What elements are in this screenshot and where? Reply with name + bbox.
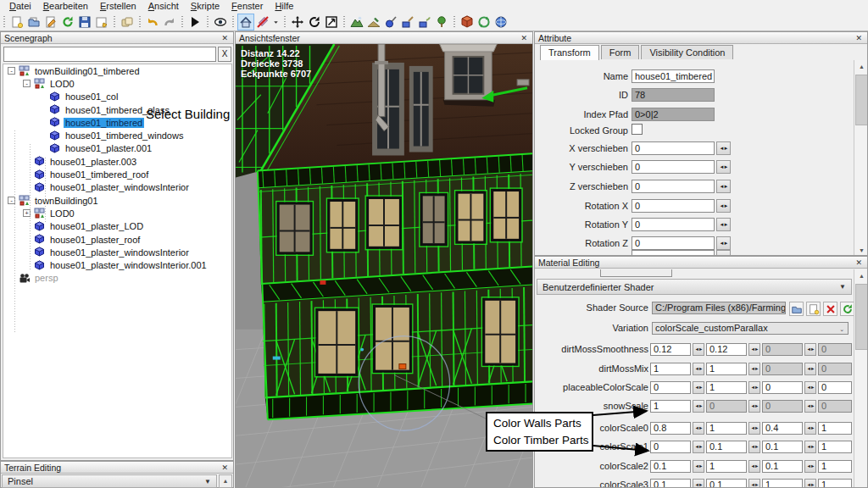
terrain-sculpt-icon[interactable] xyxy=(348,14,365,30)
tree-item[interactable]: house01_timbered_windows xyxy=(3,129,231,141)
open-folder-icon[interactable] xyxy=(789,302,804,316)
close-icon[interactable]: ✕ xyxy=(220,463,230,472)
colorScale1-value-2[interactable]: 0.1 xyxy=(762,441,803,453)
colorScale3-value-0[interactable]: 0.1 xyxy=(650,479,691,488)
x-verschieben-field[interactable]: 0 xyxy=(632,141,715,155)
play-icon[interactable] xyxy=(186,14,203,30)
colorScale3-value-1[interactable]: 0.1 xyxy=(706,479,747,488)
brush-section-header[interactable]: Pinsel ▼ xyxy=(2,474,217,488)
tree-item[interactable]: -townBuilding01_timbered xyxy=(3,64,231,77)
rotation-z-field[interactable]: 0 xyxy=(632,236,715,250)
snowScale-value-0[interactable]: 1 xyxy=(650,400,691,413)
colorScale0-value-1[interactable]: 1 xyxy=(706,422,747,435)
tab-form[interactable]: Form xyxy=(601,45,640,59)
collapse-icon[interactable]: - xyxy=(23,80,31,87)
rotation-x-field[interactable]: 0 xyxy=(632,199,715,213)
close-icon[interactable]: ✕ xyxy=(220,34,230,42)
spinner-control[interactable]: ◄► xyxy=(804,460,816,473)
colorScale2-value-1[interactable]: 1 xyxy=(706,460,747,473)
tree-item[interactable]: house01_plaster.001 xyxy=(3,142,231,155)
scroll-up-icon[interactable]: ▲ xyxy=(854,60,868,73)
spinner-control[interactable]: ◄► xyxy=(804,381,816,394)
shader-source-field[interactable]: C:/Program Files (x86)/Farming Sim xyxy=(652,302,786,314)
tree-item[interactable]: persp xyxy=(3,272,231,285)
spinner-control[interactable]: ◄► xyxy=(693,381,704,394)
collapse-up-button[interactable]: ▲ xyxy=(219,474,232,488)
placeableColorScale-value-0[interactable]: 0 xyxy=(650,381,691,394)
spinner-control[interactable]: ◄► xyxy=(693,422,704,435)
recycle-icon[interactable] xyxy=(476,14,492,30)
tree-item[interactable]: -LOD0 xyxy=(3,77,231,90)
colorScale0-value-3[interactable]: 1 xyxy=(818,422,852,435)
colorScale3-value-2[interactable]: 1 xyxy=(762,479,803,488)
spinner-control[interactable]: ◄► xyxy=(693,479,704,488)
terrain-flatten-icon[interactable] xyxy=(399,14,416,30)
tree-item[interactable]: house01_col xyxy=(3,91,231,103)
spinner-control[interactable]: ◄► xyxy=(748,422,760,435)
menu-item-hilfe[interactable]: Hilfe xyxy=(269,0,299,13)
colorScale0-value-2[interactable]: 0.4 xyxy=(762,422,803,435)
dirtMossSmoothness-value-0[interactable]: 0.12 xyxy=(650,343,691,356)
placeableColorScale-value-3[interactable]: 0 xyxy=(818,381,852,394)
dirtMossMix-value-0[interactable]: 1 xyxy=(650,363,691,375)
new-file-icon[interactable] xyxy=(806,302,821,316)
variation-select[interactable]: colorScale_customParallax ⌄ xyxy=(652,322,849,335)
spinner-control[interactable]: ◄► xyxy=(748,479,760,488)
foliage-icon[interactable] xyxy=(433,14,450,30)
dropdown-caret-icon[interactable] xyxy=(271,14,281,30)
spinner-control[interactable]: ◄► xyxy=(804,479,816,488)
colorScale1-value-1[interactable]: 0.1 xyxy=(706,441,747,453)
edit-file-icon[interactable] xyxy=(42,14,59,30)
save-icon[interactable] xyxy=(76,14,93,30)
tab-visibility-condition[interactable]: Visibility Condition xyxy=(641,45,733,59)
attribute-scrollbar[interactable]: ▲ ▼ xyxy=(854,60,868,256)
terrain-paint-icon[interactable] xyxy=(365,14,382,30)
spinner-control[interactable]: ◄► xyxy=(748,381,760,394)
tree-item[interactable]: house01_plaster_windowsInterior xyxy=(3,181,231,194)
no-paint-icon[interactable] xyxy=(254,14,271,30)
spinner-control[interactable]: ◄► xyxy=(716,199,731,213)
dirtMossSmoothness-value-1[interactable]: 0.12 xyxy=(706,343,747,356)
clear-filter-button[interactable]: X xyxy=(218,47,231,62)
palette-icon[interactable] xyxy=(119,14,136,30)
undo-icon[interactable] xyxy=(144,14,161,30)
tree-item[interactable]: house01_timbered_roof xyxy=(3,168,231,180)
colorScale3-value-3[interactable]: 1 xyxy=(818,479,852,488)
move-icon[interactable] xyxy=(289,14,306,30)
colorScale1-value-0[interactable]: 0 xyxy=(650,441,691,453)
spinner-control[interactable]: ◄► xyxy=(716,180,731,193)
locked-group-checkbox[interactable] xyxy=(632,124,643,135)
custom-shader-header[interactable]: Benutzerdefinierter Shader ▼ xyxy=(537,279,852,295)
new-file-icon[interactable] xyxy=(8,14,25,30)
menu-item-fenster[interactable]: Fenster xyxy=(225,0,269,13)
colorScale2-value-2[interactable]: 0.1 xyxy=(762,460,803,473)
tab-transform[interactable]: Transform xyxy=(540,45,599,60)
tree-item[interactable]: house01_plaster_roof xyxy=(3,233,231,246)
tree-item[interactable]: house01_plaster_windowsInterior.001 xyxy=(3,258,231,271)
physics-cube-icon[interactable] xyxy=(459,14,476,30)
reload-icon[interactable] xyxy=(59,14,76,30)
spinner-control[interactable]: ◄► xyxy=(748,400,760,413)
spinner-control[interactable]: ◄► xyxy=(716,160,731,174)
spinner-control[interactable]: ◄► xyxy=(693,460,704,473)
spinner-control[interactable]: ◄► xyxy=(716,218,731,231)
collapse-icon[interactable]: - xyxy=(8,67,15,75)
globe-icon[interactable] xyxy=(492,14,509,30)
y-verschieben-field[interactable]: 0 xyxy=(632,160,715,174)
close-icon[interactable]: ✕ xyxy=(854,34,864,42)
placeableColorScale-value-2[interactable]: 0 xyxy=(762,381,803,394)
spinner-control[interactable]: ◄► xyxy=(804,400,816,413)
spinner-control[interactable]: ◄► xyxy=(693,441,704,453)
colorScale2-value-3[interactable]: 1 xyxy=(818,460,852,473)
menu-item-erstellen[interactable]: Erstellen xyxy=(94,0,142,13)
rotation-y-field[interactable]: 0 xyxy=(632,218,715,231)
spinner-control[interactable]: ◄► xyxy=(804,422,816,435)
spinner-control[interactable]: ◄► xyxy=(693,343,704,356)
spinner-control[interactable]: ◄► xyxy=(716,141,731,155)
terrain-smooth-icon[interactable] xyxy=(416,14,433,30)
colorScale2-value-0[interactable]: 0.1 xyxy=(650,460,691,473)
close-icon[interactable]: ✕ xyxy=(854,258,864,267)
scroll-up-icon[interactable]: ▲ xyxy=(854,269,868,282)
menu-item-ansicht[interactable]: Ansicht xyxy=(142,0,185,13)
spinner-control[interactable]: ◄► xyxy=(748,460,760,473)
